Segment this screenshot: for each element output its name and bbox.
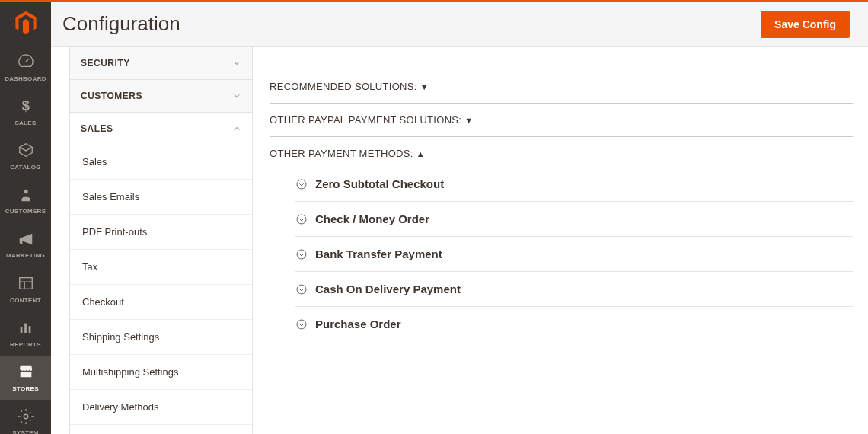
nav-label: SALES: [14, 120, 36, 127]
section-other-paypal: OTHER PAYPAL PAYMENT SOLUTIONS: ▼: [270, 104, 853, 137]
layout-icon: [18, 275, 34, 294]
sub-item-checkout[interactable]: Checkout: [70, 284, 252, 319]
person-icon: [18, 187, 34, 206]
chevron-down-icon: [232, 59, 241, 68]
arrow-down-icon: ▼: [464, 116, 473, 125]
sub-item-multishipping[interactable]: Multishipping Settings: [70, 354, 252, 389]
bar-chart-icon: [18, 319, 34, 338]
expand-circle-icon: [295, 178, 308, 190]
method-name: Zero Subtotal Checkout: [315, 177, 444, 190]
nav-catalog[interactable]: CATALOG: [0, 134, 51, 178]
megaphone-icon: [18, 231, 34, 250]
save-config-button[interactable]: Save Config: [761, 11, 850, 38]
section-other-paypal-header[interactable]: OTHER PAYPAL PAYMENT SOLUTIONS: ▼: [270, 114, 853, 126]
sub-item-sales-emails[interactable]: Sales Emails: [70, 179, 252, 214]
nav-content[interactable]: CONTENT: [0, 267, 51, 311]
expand-circle-icon: [295, 213, 308, 225]
sidebar-section-security: SECURITY: [69, 47, 253, 80]
arrow-up-icon: ▲: [416, 149, 425, 158]
main-content: RECOMMENDED SOLUTIONS: ▼ OTHER PAYPAL PA…: [270, 47, 853, 434]
nav-reports[interactable]: REPORTS: [0, 311, 51, 356]
svg-point-9: [297, 180, 306, 189]
payment-methods-list: Zero Subtotal Checkout Check / Money Ord…: [270, 159, 853, 341]
svg-rect-6: [24, 324, 27, 333]
expand-circle-icon: [295, 248, 308, 260]
sub-item-delivery[interactable]: Delivery Methods: [70, 389, 252, 424]
expand-circle-icon: [295, 283, 308, 295]
arrow-down-icon: ▼: [420, 82, 429, 91]
section-other-payment: OTHER PAYMENT METHODS: ▲ Zero Subtotal C…: [270, 137, 853, 352]
svg-point-11: [297, 250, 306, 259]
section-recommended-header[interactable]: RECOMMENDED SOLUTIONS: ▼: [270, 81, 853, 92]
svg-rect-2: [19, 278, 32, 289]
sidebar-section-sales: SALES Sales Sales Emails PDF Print-outs …: [69, 113, 253, 434]
svg-text:$: $: [21, 97, 29, 113]
section-title: OTHER PAYPAL PAYMENT SOLUTIONS:: [270, 114, 461, 126]
top-accent-bar: [0, 0, 868, 2]
magento-logo[interactable]: [0, 0, 51, 46]
sales-sub-items: Sales Sales Emails PDF Print-outs Tax Ch…: [70, 145, 252, 434]
nav-label: DASHBOARD: [5, 75, 46, 83]
method-row[interactable]: Check / Money Order: [295, 202, 853, 237]
section-title: OTHER PAYMENT METHODS:: [270, 148, 413, 159]
sidebar-section-customers: CUSTOMERS: [69, 80, 253, 113]
method-name: Check / Money Order: [315, 212, 429, 225]
nav-label: MARKETING: [6, 252, 45, 260]
section-header-security[interactable]: SECURITY: [70, 47, 252, 79]
sub-item-tax[interactable]: Tax: [70, 249, 252, 284]
method-row[interactable]: Zero Subtotal Checkout: [295, 167, 853, 202]
magento-logo-icon: [13, 10, 39, 36]
method-row[interactable]: Purchase Order: [295, 307, 853, 341]
svg-point-1: [24, 189, 28, 193]
method-name: Cash On Delivery Payment: [315, 282, 461, 295]
nav-label: STORES: [12, 385, 39, 393]
section-header-sales[interactable]: SALES: [70, 113, 252, 145]
nav-label: CONTENT: [10, 297, 41, 305]
svg-rect-5: [20, 327, 22, 333]
sub-item-google-api[interactable]: Google API: [70, 424, 252, 434]
method-row[interactable]: Bank Transfer Payment: [295, 237, 853, 272]
config-sidebar: SECURITY CUSTOMERS SALES Sales Sales Ema…: [69, 47, 253, 434]
nav-label: CATALOG: [10, 164, 40, 171]
sub-item-shipping[interactable]: Shipping Settings: [70, 319, 252, 354]
nav-customers[interactable]: CUSTOMERS: [0, 179, 51, 223]
page-header: Configuration Save Config: [51, 2, 868, 47]
svg-point-8: [24, 414, 28, 419]
sub-item-sales[interactable]: Sales: [70, 145, 252, 179]
admin-left-nav: DASHBOARD $ SALES CATALOG CUSTOMERS MARK…: [0, 0, 51, 434]
method-row[interactable]: Cash On Delivery Payment: [295, 272, 853, 307]
box-icon: [18, 142, 34, 161]
section-label: SECURITY: [81, 58, 130, 69]
nav-label: REPORTS: [10, 341, 41, 349]
nav-dashboard[interactable]: DASHBOARD: [0, 46, 51, 90]
section-label: SALES: [81, 123, 113, 134]
section-header-customers[interactable]: CUSTOMERS: [70, 80, 252, 112]
svg-rect-7: [28, 326, 30, 333]
section-recommended: RECOMMENDED SOLUTIONS: ▼: [270, 70, 853, 104]
section-label: CUSTOMERS: [81, 91, 142, 101]
gear-icon: [18, 408, 34, 427]
dollar-icon: $: [18, 97, 34, 116]
method-name: Bank Transfer Payment: [315, 247, 442, 260]
gauge-icon: [18, 53, 34, 72]
method-name: Purchase Order: [315, 318, 401, 330]
svg-point-10: [297, 215, 306, 224]
nav-sales[interactable]: $ SALES: [0, 90, 51, 134]
chevron-up-icon: [232, 124, 241, 133]
nav-stores[interactable]: STORES: [0, 356, 51, 400]
nav-label: CUSTOMERS: [5, 208, 46, 215]
store-icon: [18, 363, 34, 382]
svg-point-12: [297, 285, 306, 294]
svg-point-13: [297, 320, 306, 329]
nav-marketing[interactable]: MARKETING: [0, 223, 51, 267]
chevron-down-icon: [232, 91, 241, 101]
section-other-payment-header[interactable]: OTHER PAYMENT METHODS: ▲: [270, 148, 853, 159]
expand-circle-icon: [295, 318, 308, 330]
nav-label: SYSTEM: [12, 429, 39, 434]
sub-item-pdf[interactable]: PDF Print-outs: [70, 214, 252, 249]
nav-system[interactable]: SYSTEM: [0, 400, 51, 435]
section-title: RECOMMENDED SOLUTIONS:: [270, 81, 417, 92]
page-title: Configuration: [62, 12, 180, 36]
